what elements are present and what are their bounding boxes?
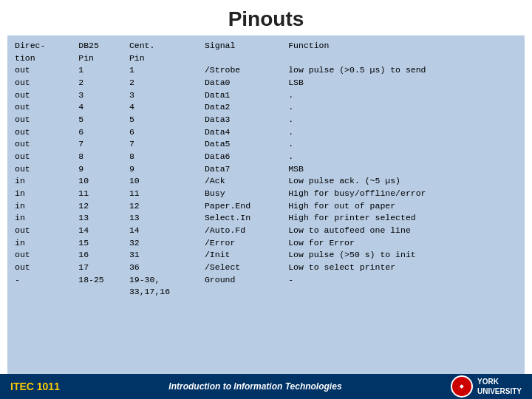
cell-direction: out xyxy=(13,163,77,176)
cell-db25: 16 xyxy=(77,249,128,262)
cell-signal: Data0 xyxy=(203,77,287,89)
cell-function: Low to select printer xyxy=(287,262,519,274)
cell-function: High for printer selected xyxy=(287,212,519,225)
table-row: in1111BusyHigh for busy/offline/error xyxy=(13,188,519,200)
table-row: out1414/Auto.FdLow to autofeed one line xyxy=(13,225,519,237)
table-row: out33Data1. xyxy=(13,89,519,102)
cell-direction: out xyxy=(13,114,77,126)
table-row: out22Data0LSB xyxy=(13,77,519,89)
cell-cent: 9 xyxy=(128,163,203,176)
cell-direction: in xyxy=(13,200,77,213)
cell-signal: Data5 xyxy=(203,138,287,151)
cell-cent: 31 xyxy=(128,249,203,262)
col-header-function: Function xyxy=(287,40,519,64)
cell-cent: 6 xyxy=(128,126,203,139)
cell-db25: 11 xyxy=(77,188,128,200)
table-row: out1631/InitLow pulse (>50 s) to init xyxy=(13,249,519,262)
cell-signal: Data1 xyxy=(203,89,287,102)
cell-function: Low for Error xyxy=(287,237,519,250)
cell-db25: 12 xyxy=(77,200,128,213)
pinouts-table-area: Direc-tion DB25Pin Cent.Pin Signal Funct… xyxy=(7,35,525,374)
cell-cent: 13 xyxy=(128,212,203,225)
cell-signal: Data7 xyxy=(203,163,287,176)
cell-direction: in xyxy=(13,188,77,200)
cell-db25: 15 xyxy=(77,237,128,250)
cell-direction: out xyxy=(13,89,77,102)
cell-direction: in xyxy=(13,175,77,188)
table-row: out88Data6. xyxy=(13,151,519,163)
col-header-direction: Direc-tion xyxy=(13,40,77,64)
cell-db25: 1 xyxy=(77,64,128,77)
cell-cent: 14 xyxy=(128,225,203,237)
col-header-signal: Signal xyxy=(203,40,287,64)
table-row: -18-2519-30,33,17,16Ground- xyxy=(13,274,519,299)
cell-cent: 36 xyxy=(128,262,203,274)
cell-direction: out xyxy=(13,64,77,77)
cell-signal: Select.In xyxy=(203,212,287,225)
cell-function: . xyxy=(287,151,519,163)
cell-db25: 10 xyxy=(77,175,128,188)
cell-function: . xyxy=(287,114,519,126)
cell-db25: 4 xyxy=(77,101,128,114)
cell-function: MSB xyxy=(287,163,519,176)
table-row: out1736/SelectLow to select printer xyxy=(13,262,519,274)
cell-function: LSB xyxy=(287,77,519,89)
cell-direction: in xyxy=(13,237,77,250)
table-row: out99Data7MSB xyxy=(13,163,519,176)
cell-direction: - xyxy=(13,274,77,299)
cell-signal: Data6 xyxy=(203,151,287,163)
cell-signal: /Strobe xyxy=(203,64,287,77)
cell-cent: 1 xyxy=(128,64,203,77)
cell-function: low pulse (>0.5 µs) to send xyxy=(287,64,519,77)
cell-function: . xyxy=(287,126,519,139)
cell-cent: 2 xyxy=(128,77,203,89)
table-row: out66Data4. xyxy=(13,126,519,139)
cell-direction: in xyxy=(13,212,77,225)
cell-function: . xyxy=(287,101,519,114)
table-row: in1212Paper.EndHigh for out of paper xyxy=(13,200,519,213)
york-emblem: ◆ xyxy=(451,375,473,398)
cell-signal: /Ack xyxy=(203,175,287,188)
cell-cent: 19-30,33,17,16 xyxy=(128,274,203,299)
cell-function: Low pulse (>50 s) to init xyxy=(287,249,519,262)
cell-db25: 8 xyxy=(77,151,128,163)
cell-direction: out xyxy=(13,138,77,151)
cell-db25: 6 xyxy=(77,126,128,139)
cell-function: High for out of paper xyxy=(287,200,519,213)
cell-signal: Data2 xyxy=(203,101,287,114)
cell-db25: 18-25 xyxy=(77,274,128,299)
cell-db25: 14 xyxy=(77,225,128,237)
page-title: Pinouts xyxy=(0,0,532,35)
cell-db25: 17 xyxy=(77,262,128,274)
york-text: YORKUNIVERSITY xyxy=(477,377,522,396)
cell-signal: /Init xyxy=(203,249,287,262)
cell-direction: out xyxy=(13,262,77,274)
table-row: out55Data3. xyxy=(13,114,519,126)
table-row: in1313Select.InHigh for printer selected xyxy=(13,212,519,225)
cell-signal: /Auto.Fd xyxy=(203,225,287,237)
cell-db25: 9 xyxy=(77,163,128,176)
cell-function: . xyxy=(287,138,519,151)
cell-direction: out xyxy=(13,151,77,163)
cell-function: High for busy/offline/error xyxy=(287,188,519,200)
cell-direction: out xyxy=(13,126,77,139)
cell-cent: 12 xyxy=(128,200,203,213)
cell-direction: out xyxy=(13,101,77,114)
cell-signal: Paper.End xyxy=(203,200,287,213)
cell-db25: 5 xyxy=(77,114,128,126)
cell-db25: 2 xyxy=(77,77,128,89)
cell-signal: Data3 xyxy=(203,114,287,126)
cell-function: Low pulse ack. (~5 µs) xyxy=(287,175,519,188)
page: Pinouts Direc-tion DB25Pin Cent.Pin Sign… xyxy=(0,0,532,399)
table-row: out77Data5. xyxy=(13,138,519,151)
course-label: ITEC 1011 xyxy=(10,381,60,392)
cell-cent: 32 xyxy=(128,237,203,250)
cell-cent: 3 xyxy=(128,89,203,102)
col-header-db25: DB25Pin xyxy=(77,40,128,64)
cell-direction: out xyxy=(13,77,77,89)
cell-function: - xyxy=(287,274,519,299)
york-logo: ◆ YORKUNIVERSITY xyxy=(451,375,522,398)
table-row: out44Data2. xyxy=(13,101,519,114)
table-row: out11/Strobelow pulse (>0.5 µs) to send xyxy=(13,64,519,77)
cell-function: . xyxy=(287,89,519,102)
